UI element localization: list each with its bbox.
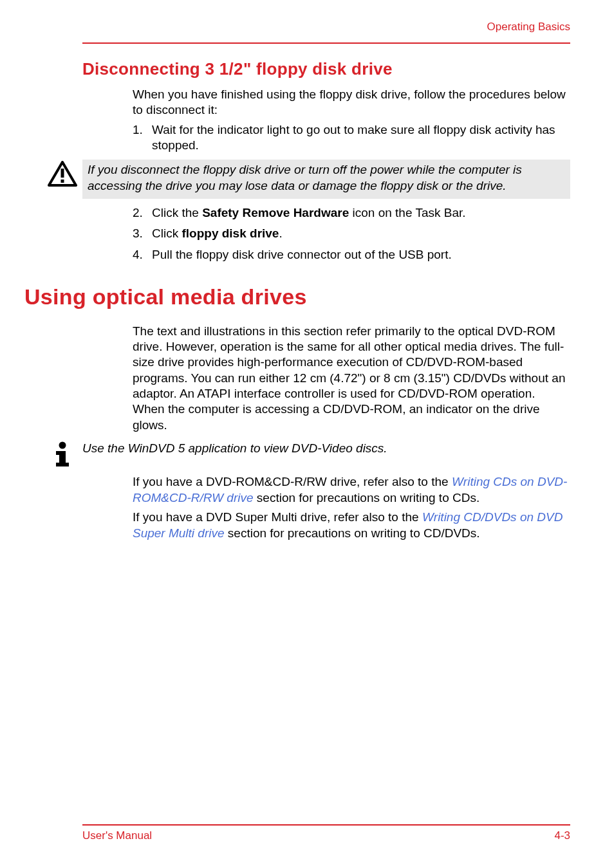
step-text: Click floppy disk drive. [152, 226, 570, 241]
warning-icon [42, 160, 82, 187]
steps-list-2: 2. Click the Safety Remove Hardware icon… [133, 205, 570, 263]
footer-page-number: 4-3 [554, 829, 570, 842]
step-text: Pull the floppy disk drive connector out… [152, 247, 570, 263]
link-para-1: If you have a DVD-ROM&CD-R/RW drive, ref… [133, 474, 570, 506]
step-number: 2. [133, 205, 152, 221]
svg-point-3 [59, 442, 66, 449]
section-heading-optical: Using optical media drives [24, 284, 570, 309]
list-item: 1. Wait for the indicator light to go ou… [133, 122, 570, 154]
footer-row: User's Manual 4-3 [82, 829, 570, 842]
link-para-2: If you have a DVD Super Multi drive, ref… [133, 510, 570, 541]
list-item: 3. Click floppy disk drive. [133, 226, 570, 241]
step-number: 4. [133, 247, 152, 263]
running-header: Operating Basics [0, 0, 614, 39]
list-item: 4. Pull the floppy disk drive connector … [133, 247, 570, 263]
disconnect-intro: When you have finished using the floppy … [133, 87, 570, 118]
step-text: Wait for the indicator light to go out t… [152, 122, 570, 154]
header-label: Operating Basics [487, 21, 570, 33]
steps-list-1: 1. Wait for the indicator light to go ou… [133, 122, 570, 154]
svg-rect-1 [61, 169, 64, 178]
link-paragraphs: If you have a DVD-ROM&CD-R/RW drive, ref… [133, 474, 570, 542]
warning-callout: If you disconnect the floppy disk drive … [42, 160, 570, 199]
info-callout: Use the WinDVD 5 application to view DVD… [42, 439, 570, 468]
section-heading-disconnect: Disconnecting 3 1/2" floppy disk drive [82, 59, 570, 79]
footer-left: User's Manual [82, 829, 152, 842]
content-area: Disconnecting 3 1/2" floppy disk drive W… [0, 44, 614, 542]
step-number: 1. [133, 122, 152, 154]
list-item: 2. Click the Safety Remove Hardware icon… [133, 205, 570, 221]
optical-paragraph: The text and illustrations in this secti… [133, 324, 570, 433]
footer-rule [82, 824, 570, 826]
svg-rect-2 [61, 180, 64, 183]
step-text: Click the Safety Remove Hardware icon on… [152, 205, 570, 221]
info-text: Use the WinDVD 5 application to view DVD… [82, 439, 570, 456]
footer: User's Manual 4-3 [82, 824, 570, 842]
info-icon [42, 439, 82, 468]
warning-text: If you disconnect the floppy disk drive … [82, 160, 570, 199]
step-number: 3. [133, 226, 152, 241]
page: Operating Basics Disconnecting 3 1/2" fl… [0, 0, 614, 868]
